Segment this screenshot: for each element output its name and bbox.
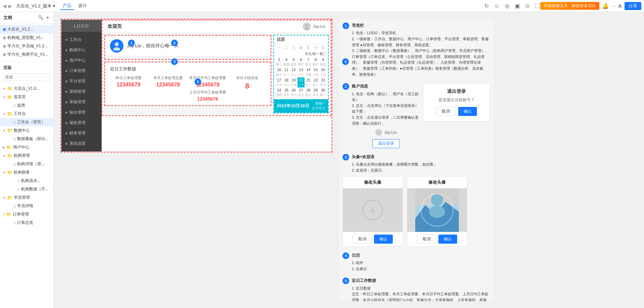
tab-product[interactable]: 产品 (60, 2, 74, 10)
tree-file-databoard[interactable]: □ 数据看板（部分... (0, 135, 53, 143)
file-name-1: 机构端_原型图_V1... (7, 35, 44, 41)
tree-folder-instfinance[interactable]: ▼ 📁 机构财务 (0, 168, 53, 177)
calendar-title: 日历 (274, 36, 328, 44)
tree-file-ordersoverview[interactable]: □ 订单总览 (0, 219, 53, 227)
main-container: 文档 🔍 ＋ ▣ 大后台_V1.2... ▣ 机构端_原型图_V1... ▣ 学… (0, 12, 644, 308)
font-icon[interactable]: A (618, 3, 622, 9)
svg-point-1 (305, 27, 309, 30)
forward-btn[interactable]: ▶ (8, 3, 12, 9)
cal-cell: 8初八 (312, 57, 319, 67)
cal-cell: 3初三 (275, 57, 283, 67)
logout-dialog: 退出登录 是否退出当前账号？ 取消 确认 (423, 83, 490, 122)
avatar-confirm-button-1[interactable]: 确认 (374, 235, 393, 244)
file-item-2[interactable]: ▣ 学力分_学员端_V1.2... (0, 42, 53, 50)
file-item-3[interactable]: ▣ 学力分_电商平台_V1... (0, 50, 53, 59)
avatar-plus-icon[interactable]: ＋ (363, 200, 383, 220)
topbar-right: 升级旗舰五系，解锁更多层位 🔔 ··· A 分享 (540, 2, 641, 10)
toolbar-icon-6[interactable]: ⛶ (535, 3, 540, 9)
annotation-badge-3: 3 (342, 154, 349, 161)
tree-file-instflow[interactable]: □ 机构流水... (0, 177, 53, 185)
stat-item-3: 本月小组排名 8 (229, 75, 266, 102)
avatar-cancel-button-2[interactable]: 取消 (417, 235, 436, 244)
tree-file-instdata[interactable]: □ 机构数据（不... (0, 185, 53, 193)
menu-item-finance[interactable]: 财务管理 (61, 128, 102, 138)
toolbar-icon-4[interactable]: ▣ (515, 3, 520, 9)
file-list: ▣ 大后台_V1.2... ▣ 机构端_原型图_V1... ▣ 学力分_学员端_… (0, 24, 53, 60)
question-icon: ? (3, 212, 5, 217)
add-icon[interactable]: ＋ (45, 15, 50, 21)
toolbar-icon-2[interactable]: ☺ (494, 3, 499, 9)
file-item-1[interactable]: ▣ 机构端_原型图_V1... (0, 34, 53, 42)
menu-item-channel[interactable]: 渠销管理 (61, 86, 102, 97)
annotation-text-5: 1. 近日数据 交互：昨日工单处理量、本月工单处理量、本月日平均工单处理量、上月… (352, 286, 490, 301)
tree-file-workbench[interactable]: □ 工作台（管页） (0, 118, 53, 126)
cal-cell (283, 51, 290, 57)
toolbar-icon-3[interactable]: ◎ (505, 3, 509, 9)
toolbar-icon-1[interactable]: ↻ (484, 3, 489, 9)
menu-item-settings[interactable]: 系统设置 (61, 138, 102, 149)
workstats-frame: 近日工作数据 昨日工单处理量 12345678 (104, 62, 271, 106)
dialog-cancel-button[interactable]: 取消 (436, 107, 455, 116)
avatar-card-title-2: 修改头像 (407, 177, 467, 188)
greeting-frame: Jay.Liu，祝你开心每一天 (104, 35, 271, 60)
tree-folder-students[interactable]: ▼ 📁 学员管理 (0, 193, 53, 202)
cal-today-date: 2022年10月10日 (277, 103, 309, 109)
search-input[interactable] (3, 73, 51, 81)
tree-folder-home[interactable]: ▼ 📁 首页页 (0, 93, 53, 101)
tree-folder-users[interactable]: ▶ 📁 用户中心 (0, 143, 53, 151)
cal-footer: 2022年10月10日 星期一 正月廿七 (274, 99, 328, 113)
notification-icon[interactable]: 🔔 (602, 3, 609, 9)
back-btn[interactable]: ◀ (3, 3, 6, 9)
toolbar-icon-5[interactable]: ⊙ (525, 3, 530, 9)
dialog-confirm-button[interactable]: 确认 (458, 107, 477, 116)
cal-row-2: 10初十 11十一 12十二 13十三 14十四 15十五 16十六 (275, 67, 327, 77)
cal-cell: 17十七 (275, 77, 283, 87)
tree-label: 机构详情（管... (17, 161, 45, 167)
avatar-cancel-button-1[interactable]: 取消 (353, 235, 372, 244)
file-icon: □ (13, 137, 16, 141)
tree-folder-data[interactable]: ▼ 📁 数据中心 (0, 126, 53, 135)
more-icon[interactable]: ··· (611, 3, 615, 9)
folder-icon: 📁 (7, 153, 12, 158)
share-button[interactable]: 分享 (625, 2, 641, 10)
annotation-content-2: 账户信息 1. 包含：机构（默认）、用户名（员工姓名） 2. 交互：点击弹出（下… (352, 83, 420, 126)
menu-item-platform[interactable]: 平台管理 (61, 76, 102, 86)
search-icon[interactable]: 🔍 (38, 15, 43, 21)
avatar-confirm-button-2[interactable]: 确认 (438, 235, 457, 244)
upgrade-button[interactable]: 升级旗舰五系，解锁更多层位 (540, 2, 599, 10)
tree-file-yilei[interactable]: □ 益类 (0, 101, 53, 110)
tree-label: 机构财务 (14, 170, 30, 175)
tree-label: 用户中心 (13, 144, 29, 150)
tree-folder-workbench[interactable]: ▼ 📁 工作台 (0, 110, 53, 118)
badge-3: 3 (171, 58, 178, 65)
file-icon: □ (13, 104, 16, 108)
avatar-card-filled: 修改头像 (407, 176, 467, 247)
tree-folder-orders[interactable]: ? 📁 订单管理 (0, 210, 53, 219)
menu-item-users[interactable]: 用户中心 (61, 55, 102, 66)
chevron-down-icon: ▼ (3, 112, 6, 116)
greeting-avatar[interactable] (110, 39, 123, 53)
menu-item-output[interactable]: 输出管理 (61, 107, 102, 118)
menu-item-review[interactable]: 审核管理 (61, 97, 102, 107)
menu-item-collection[interactable]: 催收管理 (61, 118, 102, 128)
cal-cell: 26廿六 (290, 87, 298, 98)
menu-item-orders[interactable]: 订单管理 (61, 66, 102, 76)
tree-folder-institution[interactable]: ▼ 📁 机构管理 (0, 151, 53, 160)
tree-folder-root[interactable]: ▼ 📁 大后台_V1.0... (0, 84, 53, 93)
menu-item-workbench[interactable]: 工作台 (61, 35, 102, 45)
logout-dialog-user: Jay.Liu (352, 129, 420, 136)
file-item-0[interactable]: ▣ 大后台_V1.2... (0, 25, 53, 34)
tree-file-instdetail[interactable]: □ 机构详情（管... (0, 160, 53, 168)
stat-rank: 8 (229, 82, 266, 90)
annotation-text-4: 1. 组件 2. 仅展示 (352, 260, 367, 272)
menu-item-datacenter[interactable]: 数据中心 (61, 45, 102, 55)
menu-dot-icon (65, 70, 67, 72)
tab-design[interactable]: 设计 (75, 2, 90, 10)
logout-trigger-button[interactable]: 退出登录 (372, 139, 400, 148)
tree-file-studentdetail[interactable]: □ 学员详情 (0, 202, 53, 210)
annotation-header-1: 1 导览栏 1. 包含：LOGO，导览导机 2. 一级标签：工作台、数据中心、用… (342, 22, 490, 77)
cal-row-3: 17十七 18十八 19十九 10二十 21廿一 22廿二 23廿三 (275, 77, 327, 87)
stat-sub-label: 上月日平均工单处理量 (189, 90, 226, 95)
logout-user-row: Jay.Liu 退出登录 (352, 129, 420, 148)
tree-label: 益类 (17, 103, 25, 108)
